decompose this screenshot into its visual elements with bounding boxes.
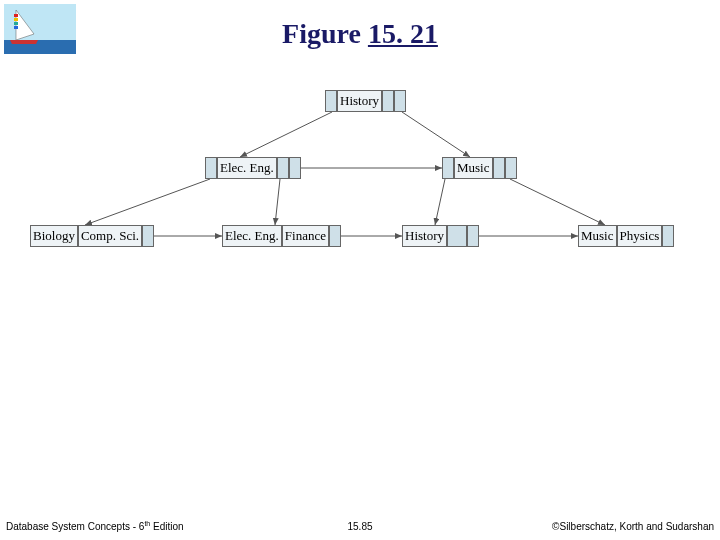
ptr-slot — [505, 157, 517, 179]
svg-line-10 — [435, 179, 445, 225]
ptr-slot — [493, 157, 505, 179]
internal-node: Elec. Eng. — [205, 157, 301, 179]
leaf-label: History — [402, 225, 447, 247]
leaf-label: Elec. Eng. — [222, 225, 282, 247]
ptr-slot — [382, 90, 394, 112]
footer-right: ©Silberschatz, Korth and Sudarshan — [552, 521, 714, 532]
ptr-slot — [325, 90, 337, 112]
leaf-label: Comp. Sci. — [78, 225, 142, 247]
svg-line-9 — [275, 179, 280, 225]
mid-label: Elec. Eng. — [217, 157, 277, 179]
ptr-slot — [289, 157, 301, 179]
ptr-slot — [467, 225, 479, 247]
title-number: 15. 21 — [368, 18, 438, 49]
leaf-node: Elec. Eng. Finance — [222, 225, 341, 247]
leaf-label: Biology — [30, 225, 78, 247]
leaf-label: Finance — [282, 225, 329, 247]
title-text-pre: Figure — [282, 18, 368, 49]
root-node: History — [325, 90, 406, 112]
ptr-slot — [277, 157, 289, 179]
ptr-slot — [447, 225, 467, 247]
root-label: History — [337, 90, 382, 112]
leaf-label: Music — [578, 225, 617, 247]
ptr-slot — [662, 225, 674, 247]
mid-label: Music — [454, 157, 493, 179]
internal-node: Music — [442, 157, 517, 179]
slide: Figure 15. 21 History — [0, 0, 720, 540]
svg-rect-2 — [14, 14, 18, 17]
page-title: Figure 15. 21 — [0, 18, 720, 50]
svg-line-6 — [240, 112, 332, 157]
ptr-slot — [394, 90, 406, 112]
ptr-slot — [442, 157, 454, 179]
svg-line-8 — [85, 179, 210, 225]
ptr-slot — [205, 157, 217, 179]
tree-connectors — [30, 90, 690, 290]
ptr-slot — [329, 225, 341, 247]
btree-diagram: History Elec. Eng. Music Biology Comp. S… — [30, 90, 690, 290]
ptr-slot — [142, 225, 154, 247]
leaf-label: Physics — [617, 225, 663, 247]
leaf-node: History — [402, 225, 479, 247]
svg-line-7 — [402, 112, 470, 157]
leaf-node: Biology Comp. Sci. — [30, 225, 154, 247]
svg-line-11 — [510, 179, 605, 225]
leaf-node: Music Physics — [578, 225, 674, 247]
